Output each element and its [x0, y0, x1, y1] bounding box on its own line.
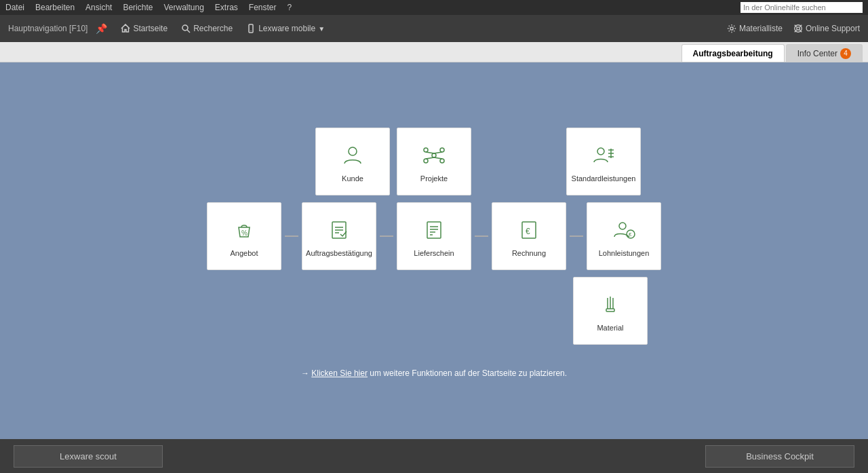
- toolbar-right: Materialliste Online Support: [727, 24, 860, 33]
- link-suffix: um weitere Funktionen auf der Startseite…: [368, 368, 567, 378]
- gear-icon: [727, 24, 736, 33]
- menu-bearbeiten[interactable]: Bearbeiten: [35, 3, 75, 12]
- connector-1: [285, 235, 298, 237]
- svg-line-19: [426, 157, 434, 159]
- lifering-icon: [793, 24, 803, 33]
- online-support-button[interactable]: Online Support: [793, 24, 860, 33]
- tools-icon: [595, 290, 625, 320]
- content-link: → Klicken Sie hier um weitere Funktionen…: [301, 368, 567, 378]
- svg-text:€: €: [629, 231, 632, 238]
- menu-fenster[interactable]: Fenster: [249, 3, 277, 12]
- svg-text:€: €: [526, 227, 530, 236]
- card-angebot[interactable]: % Angebot: [207, 202, 281, 270]
- network-icon: [419, 140, 449, 170]
- menu-bar: Datei Bearbeiten Ansicht Berichte Verwal…: [0, 0, 868, 15]
- info-center-badge: 4: [840, 48, 851, 59]
- tab-info-center[interactable]: Info Center 4: [786, 44, 863, 62]
- person-icon: [338, 140, 368, 170]
- lexware-mobile-label: Lexware mobile: [258, 24, 315, 33]
- help-search-input[interactable]: [741, 2, 863, 13]
- toolbar: Hauptnavigation [F10] 📌 Startseite Reche…: [0, 15, 868, 42]
- svg-point-15: [424, 159, 428, 163]
- card-rechnung-label: Rechnung: [512, 249, 546, 257]
- svg-point-6: [797, 27, 800, 30]
- svg-point-13: [424, 148, 428, 152]
- lexware-mobile-button[interactable]: Lexware mobile ▼: [241, 21, 330, 36]
- cards-row-3: Material: [217, 273, 651, 348]
- recherche-label: Recherche: [193, 24, 233, 33]
- connector-3: [475, 235, 488, 237]
- svg-line-18: [434, 152, 442, 153]
- menu-datei[interactable]: Datei: [5, 3, 24, 12]
- svg-point-21: [597, 148, 604, 155]
- online-support-label: Online Support: [806, 24, 860, 33]
- materialliste-button[interactable]: Materialliste: [727, 24, 783, 33]
- menu-verwaltung[interactable]: Verwaltung: [163, 3, 203, 12]
- card-projekte[interactable]: Projekte: [397, 128, 471, 195]
- connector-2: [380, 235, 393, 237]
- lexware-scout-button[interactable]: Lexware scout: [14, 445, 163, 468]
- click-here-link[interactable]: Klicken Sie hier: [311, 368, 368, 378]
- dropdown-arrow-icon: ▼: [318, 25, 325, 33]
- svg-line-17: [426, 152, 434, 153]
- card-lohnleistungen-label: Lohnleistungen: [599, 249, 650, 257]
- connector-4: [570, 235, 583, 237]
- card-angebot-label: Angebot: [231, 249, 258, 257]
- svg-point-14: [440, 148, 444, 152]
- toolbar-left: Hauptnavigation [F10] 📌 Startseite Reche…: [8, 21, 330, 36]
- svg-point-12: [432, 153, 436, 157]
- doc-lines-icon: [419, 215, 449, 245]
- card-lohnleistungen[interactable]: € Lohnleistungen: [587, 202, 661, 270]
- svg-point-0: [182, 25, 188, 31]
- materialliste-label: Materialliste: [739, 24, 783, 33]
- search-icon: [181, 24, 191, 33]
- card-standardleistungen[interactable]: Standardleistungen: [566, 128, 641, 195]
- bottom-bar: Lexware scout Business Cockpit: [0, 439, 868, 473]
- card-material[interactable]: Material: [573, 277, 648, 345]
- svg-line-20: [434, 157, 442, 159]
- business-cockpit-button[interactable]: Business Cockpit: [705, 445, 854, 468]
- settings-person-icon: [589, 140, 618, 170]
- card-lieferschein-label: Lieferschein: [414, 249, 454, 257]
- card-kunde-label: Kunde: [342, 174, 363, 183]
- pin-icon[interactable]: 📌: [96, 23, 107, 34]
- main-content: Kunde: [0, 62, 868, 473]
- home-icon: [121, 24, 130, 33]
- bag-percent-icon: %: [229, 215, 259, 245]
- menu-berichte[interactable]: Berichte: [123, 3, 153, 12]
- svg-rect-31: [427, 222, 441, 238]
- svg-text:%: %: [241, 229, 248, 237]
- svg-point-16: [440, 159, 444, 163]
- tab-bar: Auftragsbearbeitung Info Center 4: [0, 42, 868, 62]
- cards-layout: Kunde: [203, 124, 665, 348]
- svg-rect-2: [249, 24, 253, 33]
- svg-point-38: [619, 223, 626, 229]
- card-auftragsbestaetigung-label: Auftragsbestätigung: [306, 249, 372, 257]
- card-material-label: Material: [597, 324, 623, 332]
- svg-point-11: [349, 147, 357, 155]
- menu-extras[interactable]: Extras: [215, 3, 238, 12]
- recherche-button[interactable]: Recherche: [176, 21, 238, 36]
- menu-help[interactable]: ?: [288, 3, 292, 12]
- nav-label: Hauptnavigation [F10]: [8, 24, 87, 33]
- person-euro-icon: €: [609, 215, 639, 245]
- svg-point-4: [730, 27, 733, 30]
- svg-rect-44: [606, 309, 614, 311]
- doc-euro-icon: €: [514, 215, 544, 245]
- cards-row-1: Kunde: [224, 124, 644, 199]
- mobile-icon: [246, 24, 256, 33]
- card-kunde[interactable]: Kunde: [315, 128, 390, 195]
- card-rechnung[interactable]: € Rechnung: [492, 202, 566, 270]
- startseite-label: Startseite: [133, 24, 167, 33]
- startseite-button[interactable]: Startseite: [115, 21, 173, 36]
- card-lieferschein[interactable]: Lieferschein: [397, 202, 471, 270]
- menu-ansicht[interactable]: Ansicht: [85, 3, 112, 12]
- link-prefix: →: [301, 368, 311, 378]
- app-window: Datei Bearbeiten Ansicht Berichte Verwal…: [0, 0, 868, 473]
- svg-line-1: [187, 30, 190, 33]
- cards-row-2: % Angebot: [203, 199, 665, 273]
- card-auftragsbestaetigung[interactable]: Auftragsbestätigung: [302, 202, 376, 270]
- tab-auftragsbearbeitung[interactable]: Auftragsbearbeitung: [682, 44, 785, 62]
- menu-items: Datei Bearbeiten Ansicht Berichte Verwal…: [5, 3, 292, 12]
- card-standardleistungen-label: Standardleistungen: [572, 174, 636, 183]
